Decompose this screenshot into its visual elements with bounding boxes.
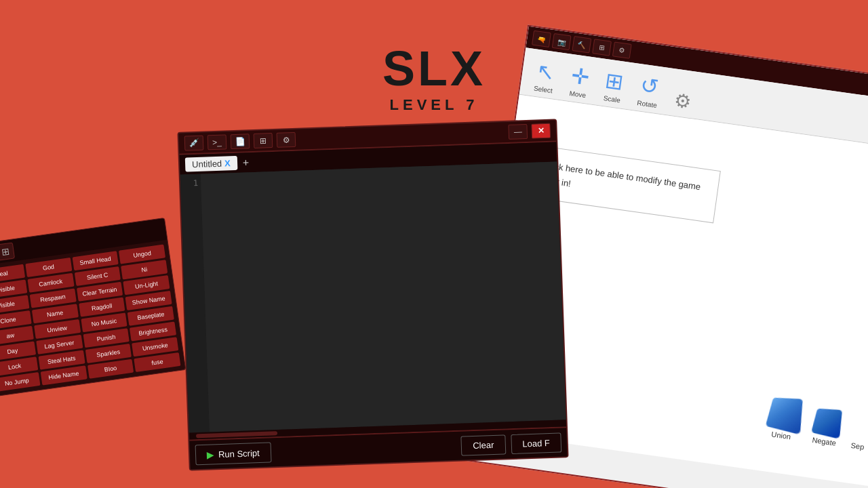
studio-icon-3[interactable]: 🔨 <box>572 36 591 53</box>
rotate-tool[interactable]: ↺ Rotate <box>637 72 661 109</box>
slx-title-container: SLX LEVEL 7 <box>382 41 486 114</box>
minimize-btn[interactable]: — <box>508 124 528 140</box>
studio-icon-4[interactable]: ⊞ <box>592 39 612 56</box>
move-tool[interactable]: ✛ Move <box>568 62 591 99</box>
rotate-icon: ↺ <box>639 73 660 100</box>
slx-sub-title: LEVEL 7 <box>382 96 486 114</box>
clear-button[interactable]: Clear <box>461 434 506 455</box>
settings-icon-2[interactable]: ⚙ <box>277 132 296 148</box>
tab-name: Untitled <box>192 159 222 170</box>
sep-label: Sep <box>850 441 865 451</box>
select-label: Select <box>533 85 553 95</box>
select-icon: ↖ <box>535 58 557 85</box>
cheat-buttons-grid: Heal God Small Head Ungod Invisible Caml… <box>0 240 185 396</box>
cheat-panel: ⚙ ⊞ Heal God Small Head Ungod Invisible … <box>0 218 186 397</box>
grid-icon-2[interactable]: ⊞ <box>254 133 273 148</box>
script-editor-window: 💉 >_ 📄 ⊞ ⚙ — ✕ Untitled X + 1 ▶ Run Scri… <box>177 119 568 470</box>
script-body: 1 <box>180 161 566 432</box>
footer-spacer <box>277 446 456 452</box>
load-button[interactable]: Load F <box>511 432 561 454</box>
studio-icon-5[interactable]: ⚙ <box>612 41 632 58</box>
cheat-btn-nojump[interactable]: No Jump <box>0 372 40 392</box>
select-tool[interactable]: ↖ Select <box>533 58 557 94</box>
scale-icon: ⊞ <box>604 67 625 95</box>
union-cube-icon <box>766 398 803 435</box>
play-icon: ▶ <box>207 449 215 460</box>
settings-gear-icon: ⚙ <box>673 89 692 114</box>
studio-icon-1[interactable]: 🔫 <box>532 30 551 47</box>
negate-cube-icon <box>812 409 843 439</box>
move-icon: ✛ <box>570 62 591 90</box>
tab-add-button[interactable]: + <box>240 157 252 169</box>
terminal-icon[interactable]: >_ <box>208 134 227 150</box>
scale-tool[interactable]: ⊞ Scale <box>602 67 625 104</box>
studio-icon-2[interactable]: 📷 <box>552 33 572 50</box>
run-script-label: Run Script <box>218 447 260 459</box>
negate-object: Negate <box>810 406 842 447</box>
script-content-area[interactable] <box>201 161 566 432</box>
studio-objects: Union Negate Sep <box>764 394 868 451</box>
grid-icon: ⊞ <box>0 242 15 260</box>
file-icon[interactable]: 📄 <box>231 134 250 149</box>
union-object: Union <box>764 394 802 442</box>
run-script-button[interactable]: ▶ Run Script <box>195 442 272 465</box>
scale-label: Scale <box>603 94 620 104</box>
tab-close-icon[interactable]: X <box>224 158 231 168</box>
inject-icon[interactable]: 💉 <box>184 136 204 151</box>
settings-tool[interactable]: ⚙ <box>673 89 692 114</box>
close-btn[interactable]: ✕ <box>531 123 551 139</box>
rotate-label: Rotate <box>637 99 658 109</box>
move-label: Move <box>569 89 587 99</box>
sep-object: Sep <box>850 441 865 451</box>
script-tab-untitled[interactable]: Untitled X <box>185 156 237 172</box>
slx-main-title: SLX <box>382 41 486 96</box>
